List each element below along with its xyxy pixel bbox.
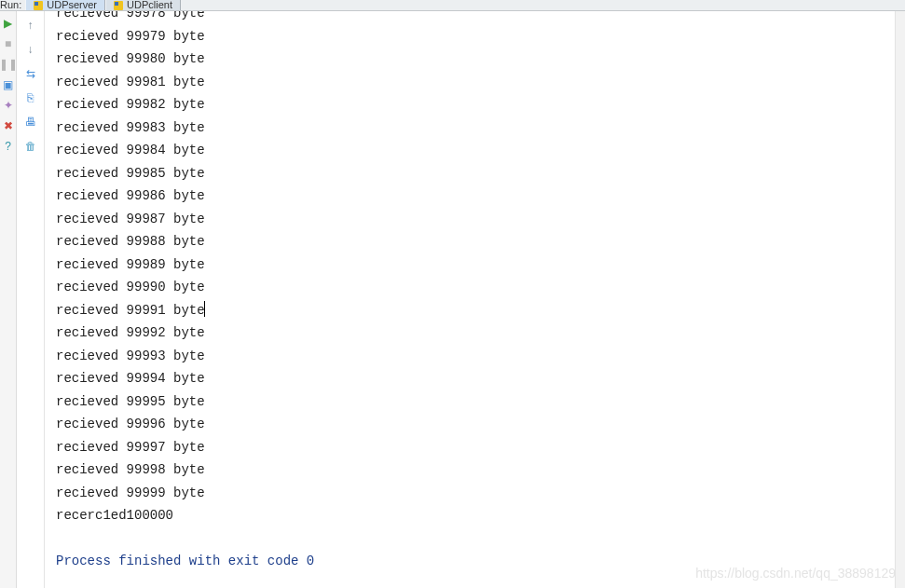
python-file-icon	[114, 1, 123, 10]
main-area: ▶■❚❚▣✦✖? ↑↓⇆⎘🖶🗑 recieved 99978 byterecie…	[0, 11, 905, 588]
console-line: recieved 99984 byte	[56, 139, 894, 162]
layout-icon[interactable]: ▣	[2, 78, 15, 91]
tab-bar-spacer	[181, 0, 905, 10]
console-toolbar: ↑↓⇆⎘🖶🗑	[17, 11, 45, 588]
console-line: recieved 99989 byte	[56, 253, 894, 277]
console-line: recieved 99982 byte	[56, 93, 894, 116]
console-line: recieved 99994 byte	[56, 367, 894, 390]
vertical-scrollbar[interactable]	[895, 11, 905, 588]
console-line: recieved 99996 byte	[56, 413, 894, 436]
pause-icon[interactable]: ❚❚	[2, 58, 15, 71]
stop-icon[interactable]: ■	[2, 37, 15, 50]
console-line: recieved 99993 byte	[56, 345, 894, 368]
console-line: recieved 99987 byte	[56, 208, 894, 231]
console-line: recieved 99986 byte	[56, 185, 894, 208]
run-icon[interactable]: ▶	[2, 17, 15, 30]
arrow-up-icon[interactable]: ↑	[22, 17, 39, 34]
console-line: recieved 99998 byte	[56, 458, 894, 482]
run-toolbar-left: ▶■❚❚▣✦✖?	[0, 11, 17, 588]
console-output[interactable]: recieved 99978 byterecieved 99979 bytere…	[45, 11, 905, 588]
svg-rect-3	[115, 2, 118, 6]
svg-rect-1	[34, 2, 38, 6]
console-line: recieved 99995 byte	[56, 390, 894, 414]
tab-udpserver[interactable]: UDPserver	[25, 0, 105, 10]
console-line: recieved 99978 byte	[56, 11, 894, 25]
console-line: recieved 99979 byte	[56, 25, 894, 48]
python-file-icon	[34, 1, 43, 10]
console-line: recieved 99991 byte	[56, 299, 894, 322]
top-tab-bar: Run: UDPserver UDPclient	[0, 0, 905, 11]
console-line: recieved 99997 byte	[56, 436, 894, 459]
console-line: recerc1ed100000	[56, 504, 894, 527]
export-icon[interactable]: ⎘	[22, 89, 39, 106]
console-line: recieved 99990 byte	[56, 276, 894, 299]
console-line: recieved 99981 byte	[56, 71, 894, 94]
debug-icon[interactable]: ✦	[2, 99, 15, 112]
run-label: Run:	[0, 0, 25, 10]
tab-label: UDPclient	[127, 0, 172, 10]
trash-icon[interactable]: 🗑	[22, 138, 39, 155]
text-cursor	[204, 301, 205, 317]
tab-label: UDPserver	[47, 0, 97, 10]
console-line: recieved 99992 byte	[56, 321, 894, 345]
print-icon[interactable]: 🖶	[22, 114, 39, 130]
console-line: recieved 99999 byte	[56, 482, 894, 505]
wrap-icon[interactable]: ⇆	[22, 65, 39, 82]
tab-udpclient[interactable]: UDPclient	[105, 0, 181, 10]
console-line: recieved 99985 byte	[56, 162, 894, 185]
process-finished-line: Process finished with exit code 0	[56, 550, 894, 573]
arrow-down-icon[interactable]: ↓	[22, 41, 39, 58]
close-icon[interactable]: ✖	[2, 119, 15, 132]
help-icon[interactable]: ?	[2, 140, 15, 153]
console-line: recieved 99983 byte	[56, 116, 894, 140]
console-line: recieved 99980 byte	[56, 48, 894, 71]
console-line: recieved 99988 byte	[56, 230, 894, 253]
